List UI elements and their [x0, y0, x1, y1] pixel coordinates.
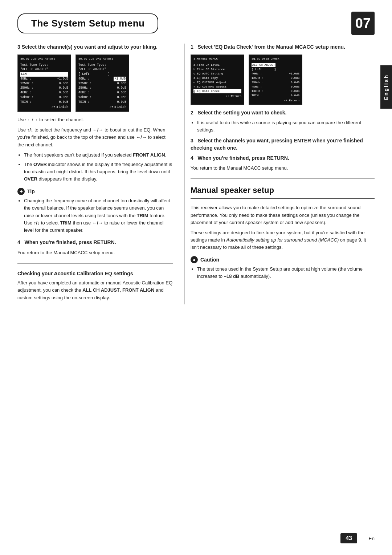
page-footer: 43 En: [0, 533, 392, 543]
step2-bullet1: It is useful to do this while a source i…: [197, 119, 375, 134]
caution-header: ● Caution: [191, 256, 375, 263]
manual-body1: This receiver allows you to make detaile…: [191, 204, 375, 226]
screen4-row5: 13kHz :0.0dB: [252, 89, 299, 93]
screen4-row4: 4kHz :0.0dB: [252, 85, 299, 89]
screen4-row6: TRIM :0.0dB: [252, 93, 299, 98]
screen3-item6: f.EQ CUSTOM2 Adjust: [193, 85, 241, 89]
left-column: 3 Select the channel(s) you want and adj…: [17, 44, 184, 304]
screen3-title: 3.Manual MCACC: [193, 57, 241, 62]
screen2-title: 3e.EQ CUSTOM1 Adjust: [78, 57, 126, 62]
step3b-heading: 3 Select the channels you want, pressing…: [191, 137, 375, 151]
step4-heading: 4 When you're finished, press RETURN.: [17, 239, 173, 246]
screen1-title: 3e.EQ CUSTOM1 Adjust: [20, 57, 68, 62]
caution-icon: ●: [191, 256, 198, 263]
page-title: The System Setup menu: [31, 18, 144, 29]
screen2-row3: 250Hz :0.0dB: [78, 86, 126, 90]
screen2-row1: 40Hz :+1.0dB: [78, 77, 126, 81]
footer-lang: En: [357, 536, 375, 541]
screen4-highlight: ALL CH ADJUST: [252, 63, 275, 67]
col-divider-left: [17, 263, 173, 264]
screen1-footer: ✓+:Finish: [20, 105, 68, 110]
screen1-highlight: LCH: [20, 72, 68, 77]
screen4-row2: 125Hz :0.0dB: [252, 76, 299, 80]
step4b-heading: 4 When you're finished, press RETURN.: [191, 155, 375, 162]
screen2-subtitle: Test Tone Type:: [78, 63, 126, 68]
step1-heading: 1 Select 'EQ Data Check' from the Manual…: [191, 44, 375, 51]
screen2-row2: 125Hz :0.0dB: [78, 81, 126, 86]
screen3-item3: c.EQ AUTO Setting: [193, 72, 241, 76]
manual-body2: These settings are designed to fine-tune…: [191, 229, 375, 251]
screen-right-2: 3g.EQ Data Check ALL CH ADJUST [ Left ] …: [249, 54, 302, 105]
left-bullets: The front speakers can't be adjusted if …: [24, 151, 173, 183]
screen4-footer: ✓+:Return: [252, 98, 299, 103]
step4-body: You return to the Manual MCACC setup men…: [17, 249, 173, 256]
caution-bullet1: The test tones used in the System Setup …: [197, 266, 375, 280]
tip-box: ✦ Tip Changing the frequency curve of on…: [17, 188, 173, 234]
page-number: 43: [340, 533, 357, 543]
step4b-body: You return to the Manual MCACC setup men…: [191, 165, 375, 172]
page-container: The System Setup menu 07 English 3 Selec…: [0, 0, 392, 555]
screen2-subtitle2: "ALL CH ADJUST": [78, 67, 126, 72]
screen3-item5: e.EQ CUSTOM1 Adjust: [193, 80, 241, 85]
page-header: The System Setup menu 07: [0, 0, 392, 35]
screen-left-2: 3e.EQ CUSTOM1 Adjust Test Tone Type: "AL…: [75, 54, 129, 112]
col-divider-right: [191, 178, 375, 179]
screen4-row1: 40Hz :+1.0dB: [252, 72, 299, 76]
screen1-subtitle: Test Tone Type:: [20, 63, 68, 68]
screen2-row4: 4kHz :0.0dB: [78, 90, 126, 95]
step2-bullets: It is useful to do this while a source i…: [197, 119, 375, 134]
content-columns: 3 Select the channel(s) you want and adj…: [0, 44, 392, 304]
screen1-row4: 4kHz :0.0dB: [20, 90, 68, 95]
use-text1: Use ←/→ to select the channel.: [17, 116, 173, 123]
screen-mockups-left: 3e.EQ CUSTOM1 Adjust Test Tone Type: "AL…: [17, 54, 173, 112]
title-box: The System Setup menu: [17, 13, 158, 33]
manual-speaker-heading: Manual speaker setup: [191, 186, 375, 199]
screen2-row5: 13kHz :0.0dB: [78, 95, 126, 100]
right-column: 1 Select 'EQ Data Check' from the Manual…: [184, 44, 375, 304]
step3-heading: 3 Select the channel(s) you want and adj…: [17, 44, 173, 51]
screen1-row5: 13kHz :0.0dB: [20, 95, 68, 100]
screen1-row6: TRIM :0.0dB: [20, 100, 68, 105]
tip-icon: ✦: [17, 188, 25, 195]
left-bullet-2: The OVER indicator shows in the display …: [24, 161, 173, 183]
screen-left-1: 3e.EQ CUSTOM1 Adjust Test Tone Type: "AL…: [17, 54, 71, 112]
caution-bullets: The test tones used in the System Setup …: [197, 266, 375, 280]
screen-right-1: 3.Manual MCACC a.Fine Ch Level b.Fine SP…: [191, 54, 244, 105]
caution-label: Caution: [200, 257, 219, 263]
screen3-item1: a.Fine Ch Level: [193, 63, 241, 67]
screen4-title: 3g.EQ Data Check: [252, 57, 299, 62]
screen1-row2: 125Hz :0.0dB: [20, 81, 68, 86]
chapter-number: 07: [351, 12, 375, 35]
caution-box: ● Caution The test tones used in the Sys…: [191, 256, 375, 280]
screen2-leftlabel: [ Left ]: [78, 72, 126, 77]
step2-heading: 2 Select the setting you want to check.: [191, 109, 375, 117]
tip-label: Tip: [27, 189, 35, 194]
tip-bullet-1: Changing the frequency curve of one chan…: [24, 197, 173, 234]
screen1-row3: 250Hz :0.0dB: [20, 86, 68, 90]
tip-header: ✦ Tip: [17, 188, 173, 195]
screen1-row1: 40Hz :+1.0dB: [20, 77, 68, 81]
left-bullet-1: The front speakers can't be adjusted if …: [24, 151, 173, 159]
screen4-row3: 250Hz :0.0dB: [252, 80, 299, 85]
screen3-item4: d.EQ Data Copy: [193, 76, 241, 80]
screen3-item7: g.EQ Data Check: [193, 89, 241, 93]
screen-mockups-right: 3.Manual MCACC a.Fine Ch Level b.Fine SP…: [191, 54, 375, 105]
tip-bullets: Changing the frequency curve of one chan…: [24, 197, 173, 234]
checking-heading: Checking your Acoustic Calibration EQ se…: [17, 270, 173, 278]
sidebar-language-label: English: [380, 65, 392, 109]
screen4-leftlabel: [ Left ]: [252, 67, 299, 72]
screen2-row6: TRIM :0.0dB: [78, 100, 126, 105]
screen1-subtitle2: "ALL CH ADJUST": [20, 67, 68, 72]
screen2-footer: ✓+:Finish: [78, 105, 126, 110]
screen3-item2: b.Fine SP Distance: [193, 67, 241, 72]
checking-body: After you have completed an automatic or…: [17, 279, 173, 301]
screen3-footer: ✓+:Return: [193, 94, 241, 98]
use-text2: Use ↑/↓ to select the frequency and ←/→ …: [17, 126, 173, 148]
